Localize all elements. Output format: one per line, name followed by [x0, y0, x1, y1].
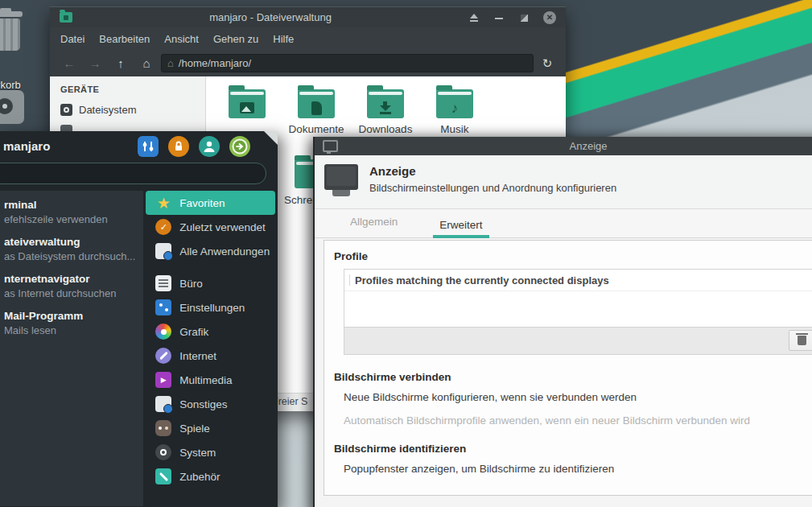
favorites-list: rminal efehlszeile verwenden ateiverwalt…	[0, 191, 143, 506]
category-internet[interactable]: Internet	[146, 344, 275, 368]
menu-datei[interactable]: Datei	[53, 33, 92, 45]
sidebar-item-partial	[60, 125, 72, 131]
close-icon[interactable]: ✕	[543, 11, 556, 24]
address-bar[interactable]: ⌂ /home/manjaro/	[161, 54, 534, 72]
media-play-icon	[155, 372, 171, 388]
settings-icon	[155, 299, 171, 315]
minimize-icon[interactable]	[493, 12, 505, 23]
trash-desktop-icon[interactable]: ierkorb	[0, 11, 23, 52]
folder-documents[interactable]	[298, 89, 335, 118]
toolbar: ← → ↑ ⌂ ⌂ /home/manjaro/ ↻	[50, 50, 566, 76]
clock-icon	[155, 219, 171, 235]
category-zubehoer[interactable]: Zubehör	[146, 464, 275, 488]
user-name: manjaro	[3, 139, 138, 153]
menubar: Datei Bearbeiten Ansicht Gehen zu Hilfe	[50, 27, 566, 50]
identify-displays-heading: Bildschirme identifizieren	[334, 443, 812, 455]
gear-icon	[155, 444, 171, 460]
logout-icon[interactable]	[229, 136, 250, 157]
settings-frame: Profile Profiles matching the currently …	[324, 240, 812, 496]
filesystem-desktop-icon[interactable]	[0, 90, 24, 124]
window-title: manjaro - Dateiverwaltung	[79, 11, 462, 23]
category-einstellungen[interactable]: Einstellungen	[146, 295, 275, 319]
category-list: Favoriten Zuletzt verwendet Alle Anwendu…	[143, 191, 278, 506]
up-icon[interactable]: ↑	[109, 56, 132, 70]
folder-app-icon	[60, 12, 72, 23]
pictures-icon	[240, 102, 254, 113]
display-header-monitor-icon	[324, 164, 358, 190]
folder-label[interactable]: Musik	[420, 123, 489, 135]
profile-heading: Profile	[334, 250, 812, 262]
address-path: /home/manjaro/	[179, 57, 251, 69]
search-input[interactable]	[0, 163, 266, 184]
profile-list-body[interactable]	[344, 291, 812, 327]
back-icon[interactable]: ←	[58, 56, 80, 70]
office-document-icon	[155, 275, 171, 291]
tab-erweitert[interactable]: Erweitert	[433, 219, 488, 238]
shade-window-icon[interactable]	[468, 12, 480, 23]
trash-lid-icon	[0, 11, 23, 17]
lock-screen-icon[interactable]	[168, 136, 189, 157]
menu-ansicht[interactable]: Ansicht	[157, 33, 206, 45]
tab-bar: Allgemein Erweitert	[315, 209, 812, 238]
category-system[interactable]: System	[146, 440, 275, 464]
menu-hilfe[interactable]: Hilfe	[266, 33, 301, 45]
refresh-icon[interactable]: ↻	[537, 56, 558, 71]
display-settings-window: Anzeige Anzeige Bildschirmeinstellungen …	[313, 137, 812, 507]
user-account-icon[interactable]	[199, 136, 220, 157]
trash-label: ierkorb	[0, 79, 21, 91]
category-spiele[interactable]: Spiele	[146, 416, 275, 440]
header-divider	[349, 274, 350, 286]
profile-list: Profiles matching the currently connecte…	[344, 269, 812, 355]
file-manager-titlebar[interactable]: manjaro - Dateiverwaltung ✕	[50, 7, 566, 27]
folder-music[interactable]: ♪	[436, 89, 473, 118]
home-icon[interactable]: ⌂	[135, 56, 158, 70]
devices-heading: GERÄTE	[60, 84, 99, 94]
display-header-subtitle: Bildschirmeinstellungen und Anordnung ko…	[369, 182, 616, 194]
auto-apply-profiles-option[interactable]: Automatisch Bildschirmprofile anwenden, …	[344, 414, 812, 427]
all-settings-icon[interactable]	[138, 136, 159, 157]
category-buero[interactable]: Büro	[146, 271, 275, 295]
compass-icon	[155, 348, 171, 364]
display-titlebar[interactable]: Anzeige	[315, 137, 812, 155]
app-item-terminal[interactable]: rminal efehlszeile verwenden	[0, 194, 143, 231]
menu-corner-pointer	[264, 131, 278, 145]
category-sonstiges[interactable]: Sonstiges	[146, 392, 275, 416]
folder-downloads[interactable]	[367, 89, 404, 118]
menu-gehen-zu[interactable]: Gehen zu	[206, 33, 266, 45]
profile-toolbar	[344, 327, 812, 354]
trash-body-icon	[0, 19, 20, 51]
monitor-icon	[323, 140, 338, 152]
app-item-mail[interactable]: Mail-Programm Mails lesen	[0, 305, 143, 342]
drive-icon	[60, 104, 72, 116]
trash-icon	[798, 336, 806, 345]
display-header-title: Anzeige	[369, 164, 416, 178]
star-icon	[155, 195, 171, 211]
maximize-icon[interactable]	[518, 12, 530, 23]
document-icon	[311, 101, 322, 115]
music-note-icon: ♪	[451, 101, 459, 115]
app-item-browser[interactable]: nternetnavigator as Internet durchsuchen	[0, 268, 143, 305]
category-zuletzt-verwendet[interactable]: Zuletzt verwendet	[146, 215, 275, 239]
briefcase-icon	[155, 396, 171, 412]
profile-list-header: Profiles matching the currently connecte…	[344, 270, 812, 291]
menu-bearbeiten[interactable]: Bearbeiten	[92, 33, 157, 45]
desktop: ierkorb manjaro - Dateiverwaltung ✕ Date…	[0, 0, 812, 507]
identify-popup-option[interactable]: Popupfenster anzeigen, um Bildschirme zu…	[344, 463, 812, 475]
folder-label[interactable]: Downloads	[351, 123, 420, 135]
category-grafik[interactable]: Grafik	[146, 319, 275, 344]
start-menu: manjaro	[0, 131, 278, 507]
category-favoriten[interactable]: Favoriten	[146, 191, 275, 215]
folder-pictures[interactable]	[229, 89, 266, 118]
category-multimedia[interactable]: Multimedia	[146, 368, 275, 392]
app-item-file-manager[interactable]: ateiverwaltung as Dateisystem durchsuch.…	[0, 231, 143, 268]
download-icon	[379, 101, 392, 114]
tab-allgemein[interactable]: Allgemein	[344, 216, 404, 238]
folder-label[interactable]: Dokumente	[282, 123, 351, 135]
sidebar-item-filesystem[interactable]: Dateisystem	[60, 104, 137, 116]
delete-profile-button[interactable]	[789, 330, 812, 351]
utility-icon	[155, 468, 171, 484]
forward-icon[interactable]: →	[84, 56, 106, 70]
configure-new-displays-option[interactable]: Neue Bildschirme konfigurieren, wenn sie…	[344, 391, 812, 403]
display-window-title: Anzeige	[315, 140, 812, 152]
category-alle-anwendungen[interactable]: Alle Anwendungen	[146, 239, 275, 263]
